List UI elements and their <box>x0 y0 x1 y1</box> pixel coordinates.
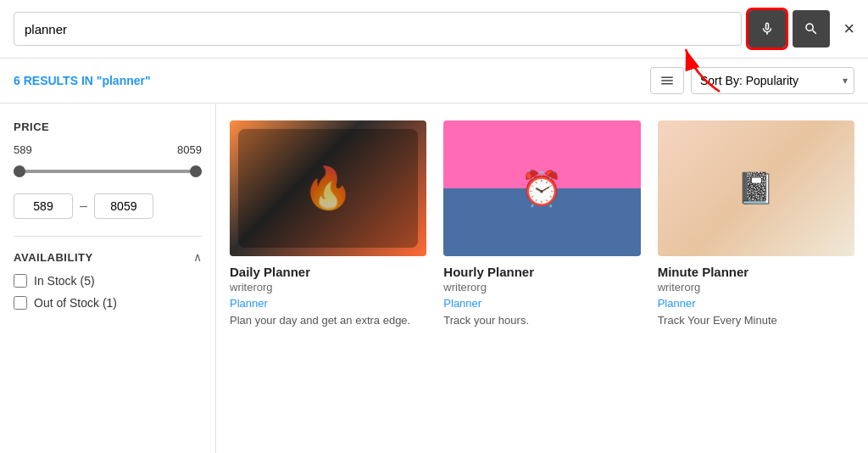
results-query: "planner" <box>97 74 151 87</box>
search-button[interactable] <box>793 10 830 48</box>
product-vendor-daily: writerorg <box>230 281 426 294</box>
mic-button[interactable] <box>748 10 786 48</box>
product-description-daily: Plan your day and get an extra edge. <box>230 313 426 328</box>
price-max-label: 8059 <box>177 143 202 156</box>
search-input[interactable] <box>14 12 742 46</box>
product-category-minute[interactable]: Planner <box>658 297 854 310</box>
out-of-stock-label: Out of Stock (1) <box>34 296 117 310</box>
product-vendor-hourly: writerorg <box>443 281 640 294</box>
list-view-button[interactable] <box>650 67 684 94</box>
results-count: 6 <box>14 74 20 87</box>
price-max-input[interactable] <box>94 193 153 219</box>
product-vendor-minute: writerorg <box>658 281 854 294</box>
product-category-daily[interactable]: Planner <box>230 297 426 310</box>
sort-dropdown[interactable]: Sort By: Popularity Sort By: Price Low-H… <box>691 67 854 94</box>
product-name-daily: Daily Planner <box>230 265 426 279</box>
product-description-minute: Track Your Every Minute <box>658 313 854 328</box>
product-card-hourly: Hourly Planner writerorg Planner Track y… <box>443 120 640 328</box>
product-category-hourly[interactable]: Planner <box>443 297 640 310</box>
chevron-up-icon[interactable]: ∧ <box>193 250 202 264</box>
price-range-dash: – <box>80 199 87 214</box>
mic-icon <box>760 21 775 36</box>
in-stock-checkbox[interactable] <box>14 274 27 288</box>
product-image-minute[interactable]: 📓 <box>658 120 854 256</box>
slider-thumb-max[interactable] <box>190 165 202 177</box>
out-of-stock-checkbox[interactable] <box>14 296 27 310</box>
sidebar: PRICE 589 8059 – AVAILABILITY ∧ In Stock… <box>0 103 216 453</box>
results-bar: 6 RESULTS IN "planner" Sort By: Populari… <box>0 59 868 103</box>
results-label: RESULTS IN <box>24 74 97 87</box>
price-slider[interactable] <box>14 163 202 180</box>
product-card-minute: 📓 Minute Planner writerorg Planner Track… <box>658 120 854 328</box>
close-button[interactable]: × <box>843 18 854 40</box>
search-icon <box>804 21 819 36</box>
main-layout: PRICE 589 8059 – AVAILABILITY ∧ In Stock… <box>0 103 868 453</box>
header: × <box>0 0 868 59</box>
price-min-label: 589 <box>14 143 32 156</box>
product-name-hourly: Hourly Planner <box>443 265 640 279</box>
products-area: Daily Planner writerorg Planner Plan you… <box>216 103 868 453</box>
product-image-daily[interactable] <box>230 120 426 256</box>
slider-fill <box>14 170 202 173</box>
availability-header: AVAILABILITY ∧ <box>14 250 202 264</box>
product-card-daily: Daily Planner writerorg Planner Plan you… <box>230 120 426 328</box>
price-min-input[interactable] <box>14 193 73 219</box>
results-text: 6 RESULTS IN "planner" <box>14 74 643 87</box>
product-description-hourly: Track your hours. <box>443 313 640 328</box>
price-section-title: PRICE <box>14 120 202 133</box>
product-name-minute: Minute Planner <box>658 265 854 279</box>
in-stock-label: In Stock (5) <box>34 274 95 288</box>
list-icon <box>659 73 675 88</box>
availability-title: AVAILABILITY <box>14 251 93 264</box>
price-range-labels: 589 8059 <box>14 143 202 156</box>
sidebar-divider <box>14 236 202 237</box>
filter-out-of-stock: Out of Stock (1) <box>14 296 202 310</box>
sort-wrapper: Sort By: Popularity Sort By: Price Low-H… <box>691 67 854 94</box>
slider-thumb-min[interactable] <box>14 165 25 177</box>
filter-in-stock: In Stock (5) <box>14 274 202 288</box>
price-inputs: – <box>14 193 202 219</box>
product-image-hourly[interactable] <box>443 120 640 256</box>
